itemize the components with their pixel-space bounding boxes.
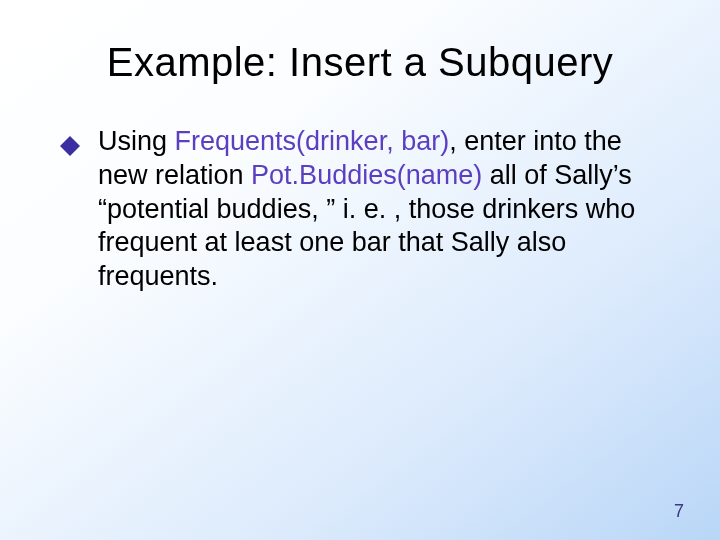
page-number: 7 xyxy=(674,501,684,522)
text-fragment: Using xyxy=(98,126,175,156)
schema-text: Pot.Buddies(name) xyxy=(251,160,482,190)
slide: Example: Insert a Subquery Using Frequen… xyxy=(0,0,720,540)
schema-text: Frequents(drinker, bar) xyxy=(175,126,450,156)
svg-marker-0 xyxy=(60,136,80,156)
slide-title: Example: Insert a Subquery xyxy=(50,40,670,85)
diamond-bullet-icon xyxy=(60,131,80,151)
body-text: Using Frequents(drinker, bar), enter int… xyxy=(50,125,670,294)
